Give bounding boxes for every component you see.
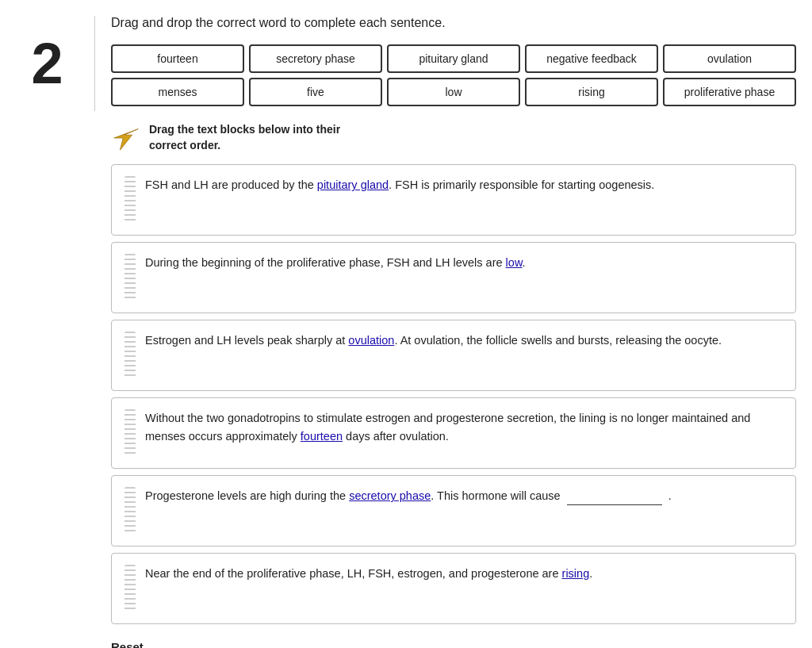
card-handle[interactable]	[124, 409, 136, 457]
word-tile-w1[interactable]: fourteen	[111, 44, 244, 73]
drag-arrow-icon	[111, 123, 141, 153]
sentence-card-s5: Progesterone levels are high during the …	[111, 475, 796, 546]
card-handle[interactable]	[124, 565, 136, 612]
card-text-s3: Estrogen and LH levels peak sharply at o…	[145, 332, 783, 379]
sentence-card-s2: During the beginning of the proliferativ…	[111, 242, 796, 313]
word-tile-w9[interactable]: rising	[525, 78, 658, 106]
word-tile-w10[interactable]: proliferative phase	[663, 78, 796, 106]
card-text-s1: FSH and LH are produced by the pituitary…	[145, 176, 783, 224]
page-wrapper: 2 Drag and drop the correct word to comp…	[16, 16, 796, 648]
card-handle[interactable]	[124, 332, 136, 379]
card-text-s4: Without the two gonadotropins to stimula…	[145, 409, 783, 457]
answer-link-s1[interactable]: pituitary gland	[317, 178, 389, 191]
instruction-text: Drag and drop the correct word to comple…	[111, 16, 796, 30]
question-number: 2	[16, 16, 95, 111]
card-text-s5: Progesterone levels are high during the …	[145, 487, 783, 535]
card-handle[interactable]	[124, 487, 136, 535]
sentence-card-s4: Without the two gonadotropins to stimula…	[111, 397, 796, 469]
answer-link-s4[interactable]: fourteen	[301, 430, 343, 443]
word-tile-w7[interactable]: five	[249, 78, 382, 106]
card-handle[interactable]	[124, 176, 136, 224]
sentence-card-s3: Estrogen and LH levels peak sharply at o…	[111, 320, 796, 391]
reset-button[interactable]: Reset	[111, 640, 144, 648]
word-bank: fourteensecretory phasepituitary glandne…	[111, 44, 796, 106]
word-tile-w4[interactable]: negative feedback	[525, 44, 658, 73]
drag-instruction-text: Drag the text blocks below into their co…	[149, 122, 340, 153]
sentence-card-s6: Near the end of the proliferative phase,…	[111, 553, 796, 624]
word-tile-w6[interactable]: menses	[111, 78, 244, 106]
answer-link-s3[interactable]: ovulation	[348, 334, 394, 347]
card-text-s6: Near the end of the proliferative phase,…	[145, 565, 783, 612]
answer-link-s5[interactable]: secretory phase	[349, 489, 431, 502]
drag-instruction-area: Drag the text blocks below into their co…	[111, 122, 796, 153]
content-area: Drag and drop the correct word to comple…	[111, 16, 796, 648]
answer-link-s6[interactable]: rising	[562, 567, 590, 580]
answer-link-s2[interactable]: low	[506, 256, 523, 269]
sentence-card-s1: FSH and LH are produced by the pituitary…	[111, 164, 796, 236]
blank-slot-s5	[567, 504, 662, 505]
word-tile-w5[interactable]: ovulation	[663, 44, 796, 73]
svg-marker-0	[114, 128, 138, 150]
word-tile-w3[interactable]: pituitary gland	[387, 44, 520, 73]
card-text-s2: During the beginning of the proliferativ…	[145, 254, 783, 301]
word-tile-w8[interactable]: low	[387, 78, 520, 106]
word-tile-w2[interactable]: secretory phase	[249, 44, 382, 73]
sentence-cards: FSH and LH are produced by the pituitary…	[111, 164, 796, 624]
card-handle[interactable]	[124, 254, 136, 301]
